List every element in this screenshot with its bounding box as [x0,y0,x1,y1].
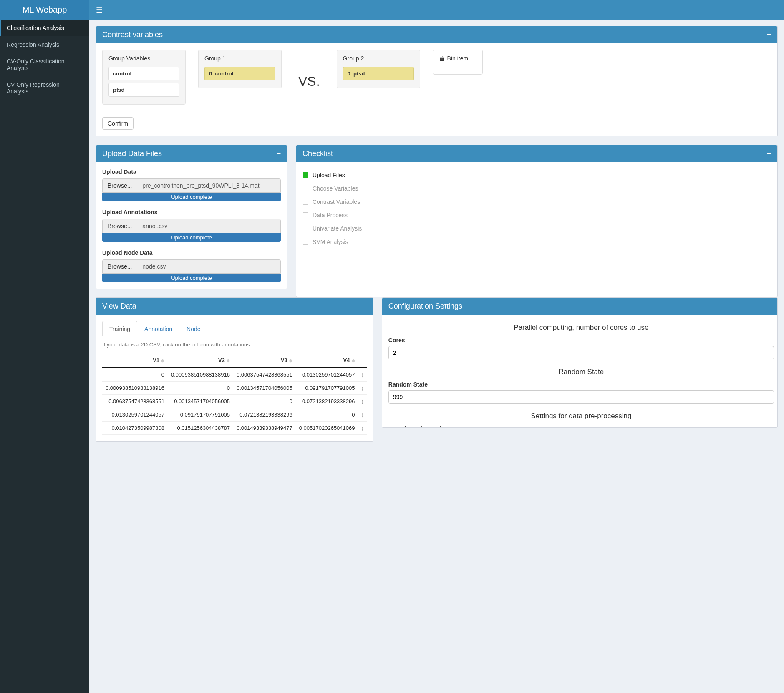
collapse-button[interactable]: − [362,302,367,311]
checkbox-icon [303,199,308,205]
table-cell: 0 [168,382,233,395]
column-header[interactable]: V3◆ [233,353,296,368]
checkbox-icon [303,172,308,178]
vs-label: VS. [294,65,324,89]
bin-well[interactable]: 🗑 Bin item [433,50,483,75]
checklist-panel: Checklist − Upload FilesChoose Variables… [296,145,778,297]
minus-icon: − [362,302,367,310]
column-header[interactable]: V2◆ [168,353,233,368]
group2-well[interactable]: Group 2 0. ptsd [337,50,420,88]
group-variable-chip[interactable]: control [108,67,179,80]
table-cell: 0 [102,368,168,382]
minus-icon: − [766,30,771,39]
sidebar-item-classification[interactable]: Classification Analysis [0,20,89,36]
column-header[interactable]: V4◆ [296,353,358,368]
viewdata-panel-body: Training Annotation Node If your data is… [96,315,373,441]
upload-annot-progress: Upload complete [102,233,281,242]
confirm-button[interactable]: Confirm [102,117,134,130]
chip-label: ptsd [113,87,124,93]
checklist-item: Upload Files [303,168,771,182]
collapse-button[interactable]: − [766,302,771,311]
group2-chip[interactable]: 0. ptsd [343,67,414,80]
progress-label: Upload complete [171,275,212,281]
upload-panel-body: Upload Data Browse... pre_controlthen_pr… [96,162,287,289]
group-variables-label: Group Variables [108,55,179,62]
column-header[interactable]: V1◆ [102,353,168,368]
group1-well[interactable]: Group 1 0. control [198,50,282,88]
upload-panel-title: Upload Data Files [102,149,162,158]
tab-annotation[interactable]: Annotation [137,321,179,336]
sidebar-item-label: Regression Analysis [7,41,59,48]
collapse-button[interactable]: − [766,149,771,158]
tab-node[interactable]: Node [179,321,207,336]
collapse-button[interactable]: − [276,149,281,158]
tab-label: Node [187,326,200,332]
chip-label: 0. ptsd [348,70,365,77]
table-row[interactable]: 0.01042735099878080.01512563044387870.00… [102,422,367,435]
checklist-item: SVM Analysis [303,235,771,249]
checklist-item: Univariate Analysis [303,222,771,235]
checklist-item-label: Upload Files [313,172,345,178]
checklist-item: Data Process [303,208,771,222]
viewdata-panel: View Data − Training Annotation [96,297,373,442]
sort-icon: ◆ [161,358,164,363]
tab-label: Training [109,326,130,332]
upload-data-label: Upload Data [102,168,281,175]
sidebar: Classification Analysis Regression Analy… [0,20,89,693]
checklist-item-label: Choose Variables [313,185,358,192]
sidebar-item-cv-classification[interactable]: CV-Only Classification Analysis [0,53,89,76]
viewdata-panel-title: View Data [102,302,136,311]
chip-label: 0. control [209,70,234,77]
sidebar-item-label: CV-Only Classification Analysis [7,58,65,71]
table-cell-overflow: ( [358,382,367,395]
table-cell: 0.0151256304438787 [168,422,233,435]
sidebar-item-cv-regression[interactable]: CV-Only Regression Analysis [0,76,89,100]
checklist-item-label: Data Process [313,212,348,218]
checklist-item: Contrast Variables [303,195,771,208]
contrast-panel-body: Group Variables control ptsd Group 1 0. … [96,43,777,136]
checkbox-icon [303,226,308,231]
config-panel-body[interactable]: Parallel computing, number of cores to u… [382,315,777,427]
sidebar-item-regression[interactable]: Regression Analysis [0,36,89,53]
browse-button[interactable]: Browse... [103,179,137,192]
random-label: Random State [388,381,774,388]
contrast-panel-header: Contrast variables − [96,26,777,43]
sidebar-item-label: CV-Only Regression Analysis [7,81,60,95]
sidebar-toggle-button[interactable]: ☰ [89,5,109,15]
table-row[interactable]: 0.00093851098813891600.00134571704056005… [102,382,367,395]
minus-icon: − [766,149,771,158]
browse-button[interactable]: Browse... [103,219,137,233]
table-row[interactable]: 0.01302597012440570.0917917077910050.072… [102,408,367,422]
app-header: ML Webapp ☰ [0,0,784,20]
button-label: Confirm [108,120,128,127]
table-row[interactable]: 0.006375474283685510.0013457170405600500… [102,395,367,408]
group-variable-chip[interactable]: ptsd [108,83,179,97]
sort-icon: ◆ [227,358,230,363]
preproc-section-title: Settings for data pre-processing [388,412,774,420]
table-row[interactable]: 00.0009385109881389160.00637547428368551… [102,368,367,382]
browse-button[interactable]: Browse... [103,260,137,273]
upload-annot-label: Upload Annotations [102,209,281,216]
group-variables-well: Group Variables control ptsd [102,50,186,105]
hamburger-icon: ☰ [96,6,103,14]
sort-icon: ◆ [289,358,292,363]
checklist-panel-header: Checklist − [296,145,777,162]
upload-node-filename: node.csv [137,260,280,273]
checklist-panel-body: Upload FilesChoose VariablesContrast Var… [296,162,777,255]
upload-node-progress: Upload complete [102,274,281,282]
table-cell: 0.0104273509987808 [102,422,168,435]
parallel-section-title: Parallel computing, number of cores to u… [388,324,774,332]
viewdata-tabs: Training Annotation Node [102,321,367,336]
random-input[interactable] [388,390,774,404]
tab-training[interactable]: Training [102,321,137,336]
progress-label: Upload complete [171,234,212,241]
cores-input[interactable] [388,346,774,359]
checklist-item-label: SVM Analysis [313,239,348,245]
table-cell: 0.00637547428368551 [102,395,168,408]
table-cell: 0 [296,408,358,422]
group1-chip[interactable]: 0. control [204,67,275,80]
collapse-button[interactable]: − [766,30,771,39]
app-logo: ML Webapp [0,0,89,20]
bin-label: Bin item [447,55,469,62]
contrast-panel: Contrast variables − Group Variables con… [96,26,778,136]
